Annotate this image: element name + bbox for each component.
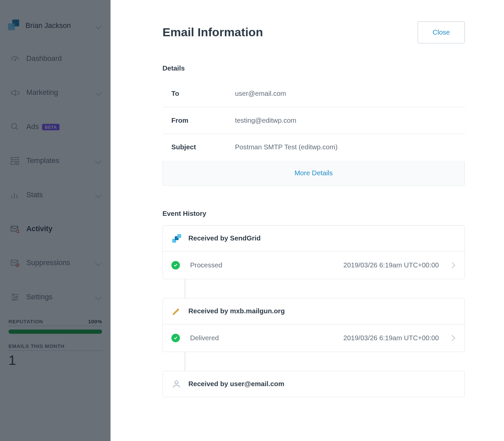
- sidebar-item-label: Stats: [26, 191, 43, 199]
- event-status-label: Delivered: [190, 334, 288, 342]
- chevron-down-icon: [96, 159, 102, 163]
- svg-rect-4: [11, 161, 15, 164]
- details-row-to: To user@email.com: [163, 80, 465, 107]
- gauge-icon: [9, 53, 20, 64]
- sidebar-item-activity[interactable]: Activity: [0, 212, 111, 246]
- event-card-sendgrid: Received by SendGrid Processed 2019/03/2…: [162, 225, 465, 279]
- sidebar-user-name: Brian Jackson: [26, 22, 71, 30]
- more-details-link[interactable]: More Details: [295, 169, 333, 177]
- sidebar-user-menu[interactable]: Brian Jackson: [0, 10, 111, 42]
- sliders-icon: [9, 292, 20, 303]
- event-connector-line: [185, 352, 186, 371]
- sidebar-item-label: Templates: [26, 157, 59, 165]
- megaphone-icon: [9, 87, 20, 98]
- sidebar-item-label: Activity: [26, 225, 52, 233]
- event-history-heading: Event History: [162, 210, 465, 218]
- chevron-right-icon: [450, 263, 456, 267]
- event-timestamp: 2019/03/26 6:19am UTC+00:00: [343, 334, 439, 342]
- chevron-down-icon: [96, 193, 102, 197]
- event-row-processed[interactable]: Processed 2019/03/26 6:19am UTC+00:00: [163, 251, 464, 279]
- page-title: Email Information: [162, 26, 263, 39]
- sidebar-item-label: Suppressions: [26, 259, 70, 267]
- reputation-label: REPUTATION: [9, 318, 43, 324]
- bar-chart-icon: [9, 190, 20, 201]
- check-circle-icon: [171, 261, 180, 270]
- pencil-icon: [171, 306, 182, 316]
- svg-point-16: [12, 294, 14, 295]
- event-row-delivered[interactable]: Delivered 2019/03/26 6:19am UTC+00:00: [163, 324, 464, 352]
- details-label: To: [163, 80, 227, 107]
- sidebar-item-templates[interactable]: Templates: [0, 144, 111, 178]
- svg-line-11: [18, 232, 19, 233]
- check-circle-icon: [171, 334, 180, 343]
- sidebar-item-label: Dashboard: [26, 55, 61, 63]
- emails-month-label: EMAILS THIS MONTH: [9, 343, 102, 351]
- person-icon: [171, 379, 182, 389]
- event-status-label: Processed: [190, 261, 288, 269]
- chevron-down-icon: [96, 91, 102, 95]
- sidebar-item-stats[interactable]: Stats: [0, 178, 111, 212]
- layout-icon: [9, 155, 20, 166]
- beta-badge: BETA: [42, 124, 59, 130]
- event-card-title: Received by mxb.mailgun.org: [188, 307, 285, 315]
- reputation-progress-bar: [9, 330, 102, 334]
- details-label: From: [163, 107, 227, 134]
- sendgrid-icon: [171, 233, 182, 243]
- sidebar-item-dashboard[interactable]: Dashboard: [0, 42, 111, 75]
- details-row-from: From testing@editwp.com: [163, 107, 465, 134]
- details-label: Subject: [163, 134, 227, 161]
- sidebar-item-marketing[interactable]: Marketing: [0, 76, 111, 110]
- event-card-mailgun: Received by mxb.mailgun.org Delivered 20…: [162, 298, 465, 352]
- chevron-down-icon: [96, 24, 102, 28]
- sidebar-item-label: Marketing: [26, 88, 58, 97]
- sidebar-item-label: Ads: [26, 123, 39, 131]
- mail-search-icon: [9, 223, 20, 234]
- event-card-title: Received by user@email.com: [188, 380, 284, 388]
- reputation-value: 100%: [88, 318, 102, 324]
- sidebar-item-ads[interactable]: Ads BETA: [0, 110, 111, 144]
- event-card-recipient: Received by user@email.com: [162, 371, 465, 397]
- svg-point-21: [175, 381, 178, 384]
- mail-blocked-icon: [9, 257, 20, 268]
- svg-rect-3: [11, 158, 19, 160]
- brand-logo-icon: [8, 20, 20, 32]
- details-row-subject: Subject Postman SMTP Test (editwp.com): [163, 134, 465, 161]
- details-table: To user@email.com From testing@editwp.co…: [162, 80, 465, 161]
- event-connector-line: [185, 279, 186, 298]
- details-value: testing@editwp.com: [227, 107, 465, 134]
- chevron-down-icon: [96, 295, 102, 299]
- event-card-title: Received by SendGrid: [188, 234, 260, 242]
- more-details-row: More Details: [162, 161, 465, 186]
- emails-month-count: 1: [9, 353, 102, 368]
- chevron-right-icon: [450, 336, 456, 340]
- sidebar-reputation-block: REPUTATION 100% EMAILS THIS MONTH 1: [0, 318, 111, 368]
- chevron-down-icon: [96, 261, 102, 265]
- sidebar-item-settings[interactable]: Settings: [0, 280, 111, 314]
- cursor-click-icon: [9, 121, 20, 132]
- event-timestamp: 2019/03/26 6:19am UTC+00:00: [343, 261, 439, 269]
- sidebar-item-label: Settings: [26, 293, 52, 302]
- details-heading: Details: [162, 65, 465, 73]
- svg-point-18: [16, 296, 17, 298]
- sidebar: Brian Jackson Dashboard Marketing Ads BE…: [0, 0, 111, 441]
- main-panel: Email Information Close Details To user@…: [111, 0, 504, 441]
- svg-rect-5: [17, 161, 19, 164]
- sidebar-item-suppressions[interactable]: Suppressions: [0, 246, 111, 280]
- svg-point-20: [13, 299, 15, 301]
- details-value: Postman SMTP Test (editwp.com): [227, 134, 465, 161]
- close-button[interactable]: Close: [418, 21, 465, 44]
- details-value: user@email.com: [227, 80, 465, 107]
